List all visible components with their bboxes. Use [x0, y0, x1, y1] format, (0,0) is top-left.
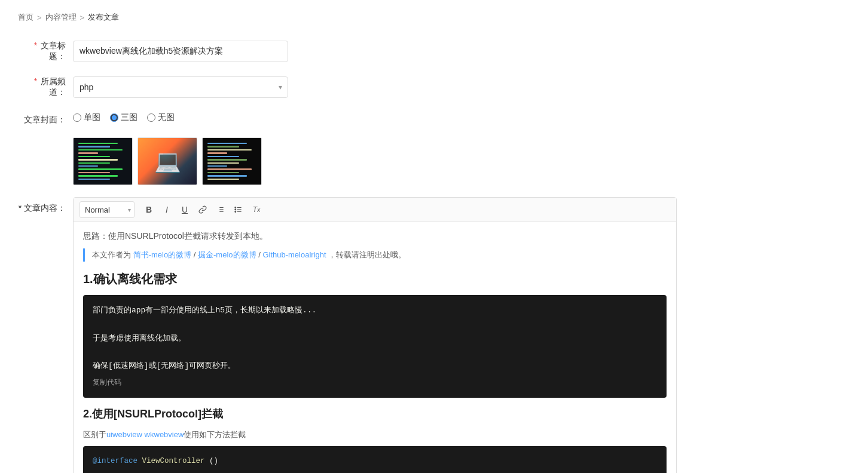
content-row: * 文章内容： Normal Heading 1 Heading 2 Headi…	[18, 197, 850, 473]
editor-h2: 2.使用[NSURLProtocol]拦截	[83, 405, 667, 423]
radio-single-input[interactable]	[73, 113, 81, 122]
blockquote-text: 本文作者为	[92, 250, 131, 259]
code-line-blank2	[93, 345, 657, 359]
channel-select[interactable]: php 前端 后端 移动端	[73, 76, 288, 98]
editor-container: Normal Heading 1 Heading 2 Heading 3 ▾ B…	[73, 197, 677, 473]
sub-text-before: 区别于	[83, 430, 106, 439]
person-icon: 💻	[154, 149, 181, 174]
radio-three[interactable]: 三图	[110, 112, 137, 123]
cb2-line2	[93, 469, 657, 473]
radio-none-label: 无图	[158, 112, 175, 123]
code-line-3: 确保[低速网络]或[无网络]可网页秒开。	[93, 359, 657, 373]
radio-three-input[interactable]	[110, 113, 118, 122]
sub-text-after: 使用如下方法拦截	[184, 430, 246, 439]
editor-toolbar: Normal Heading 1 Heading 2 Heading 3 ▾ B…	[74, 198, 676, 222]
format-select[interactable]: Normal Heading 1 Heading 2 Heading 3	[80, 201, 135, 218]
code-line-blank	[93, 317, 657, 331]
preview-image-1[interactable]	[73, 137, 133, 185]
breadcrumb: 首页 > 内容管理 > 发布文章	[18, 12, 850, 23]
channel-label: * 所属频道：	[18, 76, 66, 98]
editor-h1: 1.确认离线化需求	[83, 269, 667, 289]
cb2-line1: @interface ViewController ()	[93, 454, 657, 469]
link-button[interactable]	[194, 201, 211, 218]
code-line-2: 于是考虑使用离线化加载。	[93, 331, 657, 345]
blockquote-suffix: ，转载请注明出处哦。	[328, 250, 406, 259]
code-line-1: 部门负责的app有一部分使用的线上h5页，长期以来加载略慢...	[93, 303, 657, 317]
code-block-1: 部门负责的app有一部分使用的线上h5页，长期以来加载略慢... 于是考虑使用离…	[83, 295, 667, 398]
blockquote-link2[interactable]: 掘金-melo的微博	[198, 250, 256, 259]
content-label: * 文章内容：	[18, 197, 66, 214]
preview-image-2[interactable]: 💻	[137, 137, 197, 185]
svg-point-10	[235, 209, 236, 210]
ordered-list-button[interactable]	[212, 201, 229, 218]
image-previews: 💻	[73, 137, 850, 185]
title-label: * 文章标题：	[18, 41, 66, 62]
radio-single-label: 单图	[84, 112, 100, 123]
channel-required: *	[34, 76, 37, 86]
breadcrumb-sep2: >	[80, 13, 85, 22]
blockquote-link3[interactable]: Github-meloalright	[262, 250, 326, 259]
breadcrumb-current: 发布文章	[88, 12, 119, 23]
title-input[interactable]	[73, 41, 288, 62]
underline-button[interactable]: U	[176, 201, 193, 218]
title-row: * 文章标题：	[18, 41, 850, 62]
svg-point-11	[235, 211, 236, 213]
svg-point-9	[235, 207, 236, 208]
radio-group: 单图 三图 无图	[73, 112, 175, 123]
clear-format-button[interactable]: Tx	[248, 201, 265, 218]
editor-intro: 思路：使用NSURLProtocol拦截请求转发到本地。	[83, 229, 667, 244]
title-required: *	[34, 41, 37, 50]
blockquote-sep1: /	[194, 250, 198, 259]
radio-none-input[interactable]	[147, 113, 155, 122]
format-select-wrapper: Normal Heading 1 Heading 2 Heading 3 ▾	[80, 201, 135, 218]
radio-three-label: 三图	[121, 112, 137, 123]
radio-none[interactable]: 无图	[147, 112, 175, 123]
italic-button[interactable]: I	[158, 201, 175, 218]
channel-select-wrapper: php 前端 后端 移动端 ▾	[73, 76, 288, 98]
breadcrumb-home[interactable]: 首页	[18, 12, 33, 23]
bold-button[interactable]: B	[140, 201, 157, 218]
breadcrumb-sep1: >	[37, 13, 42, 22]
copy-code-btn[interactable]: 复制代码	[93, 377, 657, 390]
sub-link2[interactable]: wkwebview	[145, 430, 184, 439]
editor-sub-text: 区别于uiwebview wkwebview使用如下方法拦截	[83, 428, 667, 441]
cover-options: 单图 三图 无图	[73, 112, 175, 123]
preview-image-3[interactable]	[202, 137, 262, 185]
content-required: *	[19, 203, 22, 213]
unordered-list-button[interactable]	[230, 201, 247, 218]
radio-single[interactable]: 单图	[73, 112, 100, 123]
sub-link1[interactable]: uiwebview	[106, 430, 142, 439]
channel-row: * 所属频道： php 前端 后端 移动端 ▾	[18, 76, 850, 98]
editor-blockquote: 本文作者为 简书-melo的微博 / 掘金-melo的微博 / Github-m…	[83, 248, 667, 262]
cover-row: 文章封面： 单图 三图 无图	[18, 112, 850, 125]
breadcrumb-content[interactable]: 内容管理	[45, 12, 77, 23]
code-block-2: @interface ViewController () @end @imple…	[83, 446, 667, 473]
editor-content[interactable]: 思路：使用NSURLProtocol拦截请求转发到本地。 本文作者为 简书-me…	[74, 222, 676, 473]
blockquote-link1[interactable]: 简书-melo的微博	[133, 250, 192, 259]
cover-label: 文章封面：	[18, 112, 66, 125]
